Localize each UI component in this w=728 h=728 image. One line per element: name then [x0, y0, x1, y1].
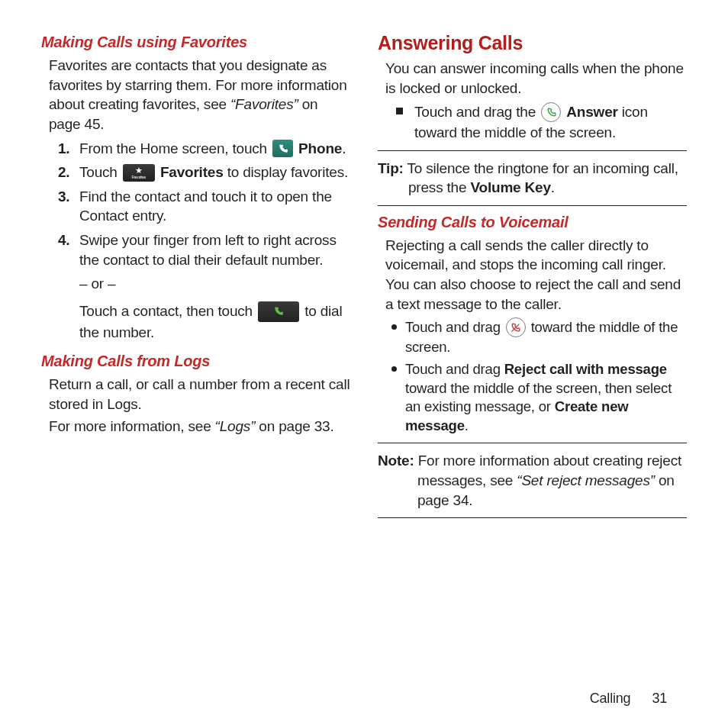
- favorites-tab-icon: ★Favorites: [123, 164, 155, 182]
- step-3: 3.Find the contact and touch it to open …: [58, 187, 350, 226]
- answer-call-icon: [541, 102, 561, 122]
- voicemail-bullet-2: Touch and drag Reject call with message …: [391, 360, 687, 435]
- voicemail-intro: Rejecting a call sends the caller direct…: [385, 236, 687, 314]
- favorites-steps: 1. From the Home screen, touch Phone. 2.…: [58, 139, 350, 270]
- phone-app-icon: [272, 140, 293, 157]
- divider: [378, 443, 687, 443]
- voicemail-bullets: Touch and drag toward the middle of the …: [391, 318, 687, 435]
- tip-silence-ringtone: Tip: To silence the ringtone for an inco…: [378, 159, 687, 198]
- right-column: Answering Calls You can answer incoming …: [378, 27, 687, 526]
- dial-button-icon: [258, 301, 299, 322]
- heading-making-calls-logs: Making Calls from Logs: [41, 353, 350, 370]
- heading-answering-calls: Answering Calls: [378, 32, 687, 54]
- answer-bullet-1: Touch and drag the Answer icon toward th…: [391, 102, 687, 142]
- step-4-or: – or –: [79, 274, 350, 294]
- divider: [378, 150, 687, 151]
- step-4-alt: Touch a contact, then touch to dial the …: [79, 301, 350, 342]
- voicemail-bullet-1: Touch and drag toward the middle of the …: [391, 318, 687, 357]
- reject-messages-crossref: “Set reject messages”: [517, 472, 655, 488]
- reject-call-icon: [506, 317, 526, 337]
- step-1: 1. From the Home screen, touch Phone.: [58, 139, 350, 159]
- page-footer: Calling31: [590, 691, 667, 707]
- footer-page-number: 31: [652, 691, 667, 706]
- logs-crossref: “Logs”: [215, 418, 256, 434]
- divider: [378, 517, 687, 518]
- footer-section: Calling: [590, 691, 631, 706]
- favorites-intro: Favorites are contacts that you designat…: [49, 56, 350, 134]
- left-column: Making Calls using Favorites Favorites a…: [41, 27, 350, 526]
- heading-sending-voicemail: Sending Calls to Voicemail: [378, 214, 687, 231]
- heading-making-calls-favorites: Making Calls using Favorites: [41, 34, 350, 51]
- logs-p2: For more information, see “Logs” on page…: [49, 417, 350, 436]
- divider: [378, 205, 687, 206]
- answering-bullets: Touch and drag the Answer icon toward th…: [391, 102, 687, 142]
- answering-intro: You can answer incoming calls when the p…: [385, 59, 687, 98]
- logs-p1: Return a call, or call a number from a r…: [49, 375, 350, 414]
- favorites-crossref: “Favorites”: [230, 96, 298, 112]
- step-2: 2. Touch ★Favorites Favorites to display…: [58, 163, 350, 182]
- note-reject-messages: Note: For more information about creatin…: [378, 451, 687, 510]
- step-4: 4.Swipe your finger from left to right a…: [58, 230, 350, 269]
